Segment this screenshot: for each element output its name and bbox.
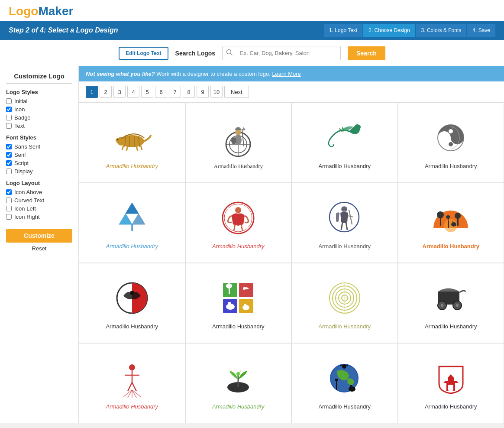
logo-cell-2[interactable]: Armadillo Husbandry — [291, 103, 398, 183]
logo-name-3: Armadillo Husbandry — [425, 163, 477, 169]
svg-rect-44 — [440, 217, 441, 226]
main: Customize Logo Logo Styles Initial Icon … — [0, 66, 504, 423]
font-display-label[interactable]: Display — [14, 168, 33, 175]
logo-name-11: Armadillo Husbandry — [425, 323, 477, 330]
style-initial-checkbox[interactable] — [6, 98, 12, 104]
page-9[interactable]: 9 — [197, 86, 209, 98]
svg-rect-102 — [454, 378, 458, 381]
font-serif-label[interactable]: Serif — [14, 152, 26, 158]
logo-icon-8 — [115, 276, 149, 320]
reset-link[interactable]: Reset — [6, 245, 72, 252]
svg-point-47 — [455, 213, 461, 219]
logo-name-7: Armadillo Husbandry — [423, 243, 479, 250]
svg-point-9 — [117, 139, 118, 140]
svg-point-45 — [437, 211, 444, 218]
logo-cell-0[interactable]: Armadillo Husbandry — [79, 103, 185, 183]
logo-name-4: Armadillo Husbandry — [106, 243, 158, 250]
page-8[interactable]: 8 — [183, 86, 195, 98]
logo-icon-10 — [327, 276, 362, 320]
font-script-label[interactable]: Script — [14, 160, 29, 166]
page-2[interactable]: 2 — [100, 86, 112, 98]
search-button[interactable]: Search — [348, 46, 385, 60]
layout-curved-checkbox[interactable] — [6, 198, 12, 203]
step-nav-1[interactable]: 1. Logo Text — [324, 24, 362, 37]
font-serif: Serif — [6, 152, 72, 158]
search-label: Search Logos — [175, 50, 216, 57]
logo-cell-13[interactable]: Armadillo Husbandry — [185, 343, 292, 423]
font-script-checkbox[interactable] — [6, 160, 12, 166]
font-sans-label[interactable]: Sans Serif — [14, 143, 40, 150]
style-icon: Icon — [6, 106, 72, 113]
svg-point-78 — [129, 364, 135, 370]
style-badge-checkbox[interactable] — [6, 115, 12, 120]
layout-icon-above: Icon Above — [6, 189, 72, 195]
layout-icon-above-checkbox[interactable] — [6, 189, 12, 195]
layout-icon-right-checkbox[interactable] — [6, 214, 12, 220]
style-badge: Badge — [6, 114, 72, 121]
logo-cell-12[interactable]: Armadillo Husbandry — [79, 343, 185, 423]
page-7[interactable]: 7 — [169, 86, 181, 98]
logo-name-9: Armadillo Husbandry — [212, 323, 265, 330]
page-3[interactable]: 3 — [113, 86, 126, 98]
logo-cell-14[interactable]: Armadillo Husbandry — [291, 343, 398, 423]
svg-rect-48 — [448, 221, 449, 228]
svg-line-10 — [122, 146, 123, 150]
step-nav: 1. Logo Text 2. Choose Design 3. Colors … — [324, 24, 495, 37]
search-input-wrap — [222, 46, 341, 60]
logo-cell-11[interactable]: Armadillo Husbandry — [398, 263, 504, 343]
svg-line-39 — [349, 210, 352, 224]
content: Not seeing what you like? Work with a de… — [79, 66, 504, 423]
font-sans-checkbox[interactable] — [6, 144, 12, 149]
page-4[interactable]: 4 — [127, 86, 139, 98]
layout-icon-left-label[interactable]: Icon Left — [14, 205, 36, 212]
svg-line-13 — [141, 146, 142, 150]
svg-marker-28 — [132, 214, 145, 224]
learn-more-link[interactable]: Learn More — [272, 71, 300, 77]
page-5[interactable]: 5 — [141, 86, 153, 98]
logo-name-2: Armadillo Husbandry — [318, 163, 371, 169]
svg-point-61 — [243, 287, 246, 290]
logo-cell-15[interactable]: Armadillo Husbandry — [398, 343, 504, 423]
logo-cell-3[interactable]: Armadillo Husbandry — [398, 103, 504, 183]
logo-cell-4[interactable]: Armadillo Husbandry — [79, 183, 185, 263]
layout-curved-label[interactable]: Curved Text — [14, 197, 44, 204]
logo-name-5: Armadillo Husbandry — [212, 243, 265, 250]
layout-icon-right-label[interactable]: Icon Right — [14, 214, 40, 220]
logo-cell-7[interactable]: Armadillo Husbandry — [398, 183, 504, 263]
logo-cell-9[interactable]: Armadillo Husbandry — [185, 263, 292, 343]
step-nav-4[interactable]: 4. Save — [467, 24, 495, 37]
logo-cell-6[interactable]: Armadillo Husbandry — [291, 183, 398, 263]
search-input[interactable] — [236, 47, 340, 59]
style-text-label[interactable]: Text — [14, 123, 25, 129]
logo-cell-10[interactable]: Armadillo Husbandry — [291, 263, 398, 343]
style-icon-label[interactable]: Icon — [14, 106, 25, 113]
style-initial-label[interactable]: Initial — [14, 98, 27, 104]
font-serif-checkbox[interactable] — [6, 152, 12, 158]
next-button[interactable]: Next — [224, 86, 249, 98]
logo-styles-title: Logo Styles — [6, 89, 72, 95]
svg-point-51 — [451, 222, 456, 227]
layout-curved: Curved Text — [6, 197, 72, 204]
edit-logo-button[interactable]: Edit Logo Text — [119, 47, 168, 60]
layout-icon-left-checkbox[interactable] — [6, 206, 12, 211]
layout-icon-above-label[interactable]: Icon Above — [14, 189, 42, 195]
style-icon-checkbox[interactable] — [6, 107, 12, 112]
customize-button[interactable]: Customize — [6, 229, 72, 243]
svg-point-32 — [235, 207, 241, 213]
font-display-checkbox[interactable] — [6, 169, 12, 174]
search-icon — [223, 46, 236, 60]
logo-cell-1[interactable]: Armadillo Husbandry — [185, 103, 292, 183]
style-text-checkbox[interactable] — [6, 123, 12, 129]
logo-part1: Logo — [9, 4, 38, 18]
sidebar-title: Customize Logo — [6, 72, 72, 84]
step-nav-2[interactable]: 2. Choose Design — [363, 24, 415, 37]
page-6[interactable]: 6 — [155, 86, 167, 98]
site-logo: LogoMaker — [9, 4, 495, 18]
style-badge-label[interactable]: Badge — [14, 114, 31, 121]
svg-rect-56 — [239, 283, 253, 297]
page-10[interactable]: 10 — [210, 86, 223, 98]
logo-cell-5[interactable]: Armadillo Husbandry — [185, 183, 292, 263]
page-1[interactable]: 1 — [86, 86, 98, 98]
step-nav-3[interactable]: 3. Colors & Fonts — [416, 24, 467, 37]
logo-cell-8[interactable]: Armadillo Husbandry — [79, 263, 185, 343]
